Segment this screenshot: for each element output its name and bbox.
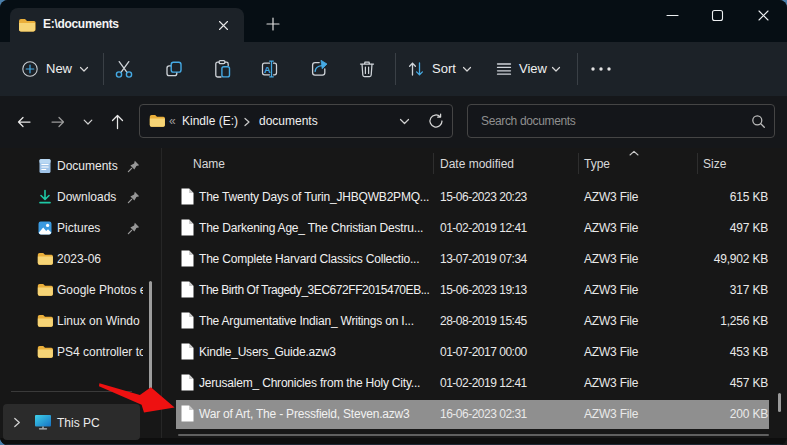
svg-text:A: A	[264, 64, 271, 75]
